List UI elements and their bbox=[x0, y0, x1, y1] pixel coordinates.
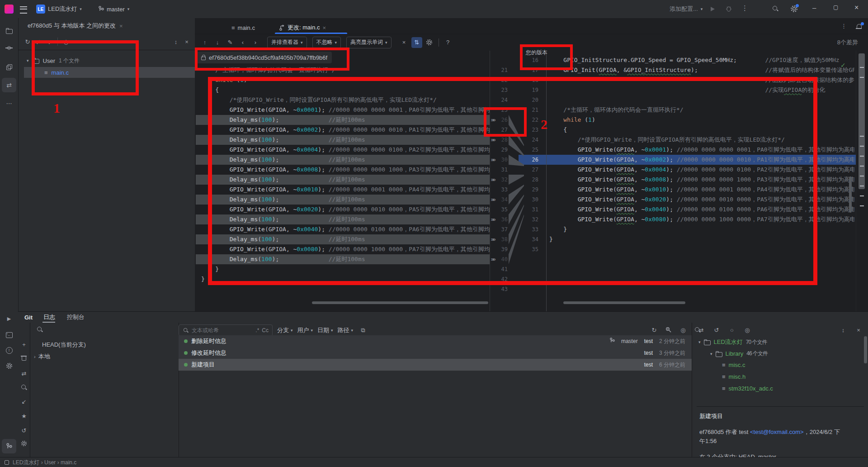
deep-compare-icon[interactable] bbox=[663, 324, 674, 335]
services-tool-icon[interactable]: ▶ bbox=[2, 311, 16, 326]
structure-tool-icon[interactable] bbox=[2, 60, 16, 74]
add-icon[interactable]: + bbox=[19, 339, 29, 350]
tree-folder-row[interactable]: ▾Library46 个文件 bbox=[710, 350, 768, 357]
branch-filter-search-icon[interactable] bbox=[37, 326, 43, 334]
commit-node-icon bbox=[184, 363, 188, 367]
close-icon[interactable]: × bbox=[119, 23, 123, 29]
preview-eye-icon[interactable]: ◎ bbox=[678, 324, 689, 335]
diff-content-area[interactable]: /*主循环，循环体内的代码会一直循环执行*/ while (1) { /*使用G… bbox=[195, 18, 868, 311]
history-clock-icon[interactable]: ○ bbox=[726, 324, 737, 335]
right-line-number: 26 bbox=[522, 155, 538, 165]
tree-node-mainc[interactable]: ≡ main.c bbox=[24, 67, 195, 78]
commit-row[interactable]: 修改延时信息test3 分钟之前 bbox=[179, 347, 692, 359]
local-row[interactable]: › 本地 bbox=[34, 353, 50, 361]
run-button[interactable] bbox=[711, 6, 715, 13]
preview-eye-icon[interactable]: ◎ bbox=[742, 324, 753, 335]
settings-button[interactable] bbox=[790, 5, 798, 14]
more-actions-icon[interactable]: ⋮ bbox=[741, 4, 748, 12]
right-vscrollbar bbox=[849, 176, 852, 213]
collapse-all-icon[interactable]: × bbox=[181, 36, 192, 47]
debug-button[interactable] bbox=[725, 5, 732, 14]
favorites-star-icon[interactable]: ★ bbox=[19, 410, 29, 421]
filter-path[interactable]: 路径▾ bbox=[338, 326, 354, 334]
right-line-number: 23 bbox=[522, 125, 538, 135]
code-line: GPIO_Write(GPIOA, ~0x0002); //0000 0000 … bbox=[201, 125, 490, 135]
app-logo-icon bbox=[5, 5, 14, 14]
rollback-icon[interactable]: ↺ bbox=[711, 324, 722, 335]
file-icon: ≡ bbox=[44, 69, 48, 76]
commit-row[interactable]: 删除延时信息mastertest2 分钟之前 bbox=[179, 335, 692, 347]
code-line: GPIO_Write(GPIOA, ~0x0004); //0000 0000 … bbox=[201, 145, 490, 155]
download-icon[interactable]: ↓ bbox=[44, 36, 55, 47]
case-toggle[interactable]: Cc bbox=[262, 327, 269, 334]
apply-diff-icon[interactable]: ⇄ bbox=[696, 324, 707, 335]
checkout-icon[interactable]: ↙ bbox=[19, 396, 29, 407]
tab-console[interactable]: 控制台 bbox=[64, 312, 87, 323]
preview-eye-icon[interactable]: ◎ bbox=[61, 36, 71, 47]
inspections-ok-icon[interactable]: ✓ bbox=[840, 62, 846, 69]
run-configuration-selector[interactable]: 添加配置... ▾ bbox=[666, 3, 706, 15]
code-line: } bbox=[549, 224, 854, 234]
tree-node-user[interactable]: ▾ User 1 个文件 bbox=[19, 55, 195, 66]
code-line: GPIO_Write(GPIOA, ~0x0001); //0000 0000 … bbox=[201, 105, 490, 115]
refresh-icon[interactable]: ↻ bbox=[649, 324, 660, 335]
log-search-placeholder: 文本或哈希 bbox=[192, 327, 219, 334]
compare-icon[interactable]: ⇄ bbox=[19, 368, 29, 379]
code-line bbox=[549, 244, 854, 254]
breadcrumb[interactable]: LED流水灯 › User › main.c bbox=[13, 459, 76, 467]
close-icon[interactable]: × bbox=[853, 324, 864, 335]
branch-icon bbox=[99, 6, 104, 12]
commit-row[interactable]: 新建项目test6 分钟之前 bbox=[179, 359, 692, 371]
tab-log[interactable]: 日志 bbox=[41, 312, 58, 323]
open-new-tab-icon[interactable]: ⧉ bbox=[358, 325, 368, 336]
close-window-button[interactable]: × bbox=[854, 4, 859, 12]
code-line: GPIO_Write(GPIOA, ~0x0010); //0000 0000 … bbox=[201, 185, 490, 195]
undo-icon[interactable]: ↺ bbox=[19, 425, 29, 436]
project-tool-icon[interactable] bbox=[2, 24, 16, 38]
filter-date[interactable]: 日期▾ bbox=[317, 326, 333, 334]
left-line-number: 33 bbox=[491, 185, 508, 195]
right-line-number: 25 bbox=[522, 145, 538, 155]
tree-file-row[interactable]: ≡misc.h bbox=[722, 373, 745, 380]
terminal-tool-icon[interactable] bbox=[2, 328, 16, 342]
chevron-right-icon: › bbox=[34, 354, 36, 359]
branch-selector[interactable]: master ▾ bbox=[95, 3, 133, 15]
commit-tool-icon[interactable] bbox=[2, 41, 16, 55]
left-line-number: 31 bbox=[491, 165, 508, 175]
git-tool-icon[interactable] bbox=[2, 439, 16, 453]
search-icon[interactable] bbox=[21, 384, 27, 392]
file-name: main.c bbox=[52, 69, 69, 76]
regex-toggle[interactable]: .* bbox=[255, 327, 259, 334]
refresh-icon[interactable]: ↻ bbox=[22, 36, 33, 47]
right-line-number: 32 bbox=[522, 214, 538, 224]
expand-all-icon[interactable]: ↕ bbox=[170, 36, 181, 47]
filter-branch[interactable]: 分支▾ bbox=[277, 326, 293, 334]
minimize-button[interactable]: – bbox=[812, 4, 816, 11]
trash-icon[interactable] bbox=[21, 355, 27, 362]
activity-bar: ⇄ ⋯ ▶ ! ❯ bbox=[0, 18, 19, 457]
strip-gear-icon[interactable] bbox=[21, 440, 27, 448]
head-row[interactable]: HEAD(当前分支) bbox=[42, 341, 86, 349]
apply-diff-icon[interactable]: ⇄ bbox=[33, 36, 44, 47]
project-selector[interactable]: LE LED流水灯 ▾ bbox=[33, 3, 85, 15]
error-stripe-mark bbox=[860, 195, 864, 196]
problems-tool-icon[interactable]: ! bbox=[2, 343, 16, 357]
left-line-number: 36 bbox=[491, 214, 508, 224]
search-everywhere-button[interactable] bbox=[772, 5, 778, 13]
scrollbar[interactable] bbox=[864, 336, 867, 363]
code-line bbox=[201, 284, 490, 294]
tree-folder-row[interactable]: ▾LED流水灯70 个文件 bbox=[698, 338, 767, 346]
tree-file-row[interactable]: ≡stm32f10x_adc.c bbox=[722, 385, 773, 392]
author-email-link[interactable]: <test@foxmail.com> bbox=[750, 429, 804, 435]
tree-file-row[interactable]: ≡misc.c bbox=[722, 362, 745, 368]
expand-all-icon[interactable]: ↕ bbox=[838, 324, 849, 335]
more-tools-icon[interactable]: ⋯ bbox=[2, 96, 16, 110]
settings-sync-icon[interactable] bbox=[2, 358, 16, 373]
maximize-button[interactable]: ▢ bbox=[833, 4, 838, 10]
main-menu-icon[interactable] bbox=[20, 6, 27, 14]
diff-tool-icon[interactable]: ⇄ bbox=[2, 78, 16, 92]
log-search-field[interactable]: 文本或哈希 .* Cc bbox=[179, 324, 273, 336]
project-name: LED流水灯 bbox=[48, 5, 77, 13]
title-bar: LE LED流水灯 ▾ master ▾ 添加配置... ▾ ⋮ – ▢ × bbox=[0, 0, 868, 19]
filter-user[interactable]: 用户▾ bbox=[297, 326, 313, 334]
